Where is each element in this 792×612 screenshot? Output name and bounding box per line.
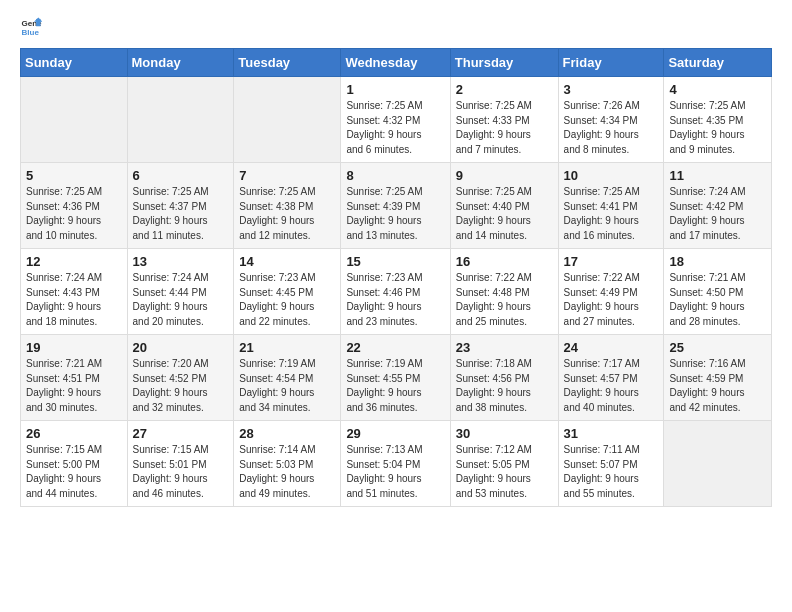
- calendar-cell: 26Sunrise: 7:15 AMSunset: 5:00 PMDayligh…: [21, 421, 128, 507]
- day-info: Sunrise: 7:24 AMSunset: 4:44 PMDaylight:…: [133, 271, 229, 329]
- weekday-header: Monday: [127, 49, 234, 77]
- day-number: 4: [669, 82, 766, 97]
- day-number: 23: [456, 340, 553, 355]
- day-number: 11: [669, 168, 766, 183]
- day-info: Sunrise: 7:25 AMSunset: 4:36 PMDaylight:…: [26, 185, 122, 243]
- calendar-cell: 6Sunrise: 7:25 AMSunset: 4:37 PMDaylight…: [127, 163, 234, 249]
- day-info: Sunrise: 7:21 AMSunset: 4:51 PMDaylight:…: [26, 357, 122, 415]
- day-number: 16: [456, 254, 553, 269]
- weekday-header: Thursday: [450, 49, 558, 77]
- calendar-cell: 30Sunrise: 7:12 AMSunset: 5:05 PMDayligh…: [450, 421, 558, 507]
- weekday-header: Friday: [558, 49, 664, 77]
- day-number: 7: [239, 168, 335, 183]
- calendar-cell: 18Sunrise: 7:21 AMSunset: 4:50 PMDayligh…: [664, 249, 772, 335]
- calendar-header-row: SundayMondayTuesdayWednesdayThursdayFrid…: [21, 49, 772, 77]
- calendar-cell: 28Sunrise: 7:14 AMSunset: 5:03 PMDayligh…: [234, 421, 341, 507]
- day-info: Sunrise: 7:25 AMSunset: 4:32 PMDaylight:…: [346, 99, 444, 157]
- day-number: 2: [456, 82, 553, 97]
- day-number: 15: [346, 254, 444, 269]
- day-info: Sunrise: 7:20 AMSunset: 4:52 PMDaylight:…: [133, 357, 229, 415]
- day-number: 28: [239, 426, 335, 441]
- day-info: Sunrise: 7:22 AMSunset: 4:49 PMDaylight:…: [564, 271, 659, 329]
- logo-icon: General Blue: [20, 16, 42, 38]
- day-number: 18: [669, 254, 766, 269]
- day-number: 26: [26, 426, 122, 441]
- calendar-cell: 25Sunrise: 7:16 AMSunset: 4:59 PMDayligh…: [664, 335, 772, 421]
- day-info: Sunrise: 7:18 AMSunset: 4:56 PMDaylight:…: [456, 357, 553, 415]
- day-number: 31: [564, 426, 659, 441]
- calendar-cell: 16Sunrise: 7:22 AMSunset: 4:48 PMDayligh…: [450, 249, 558, 335]
- calendar-cell: 10Sunrise: 7:25 AMSunset: 4:41 PMDayligh…: [558, 163, 664, 249]
- calendar-cell: 4Sunrise: 7:25 AMSunset: 4:35 PMDaylight…: [664, 77, 772, 163]
- calendar-cell: 12Sunrise: 7:24 AMSunset: 4:43 PMDayligh…: [21, 249, 128, 335]
- calendar-week-row: 1Sunrise: 7:25 AMSunset: 4:32 PMDaylight…: [21, 77, 772, 163]
- day-info: Sunrise: 7:21 AMSunset: 4:50 PMDaylight:…: [669, 271, 766, 329]
- calendar-table: SundayMondayTuesdayWednesdayThursdayFrid…: [20, 48, 772, 507]
- day-number: 19: [26, 340, 122, 355]
- day-info: Sunrise: 7:13 AMSunset: 5:04 PMDaylight:…: [346, 443, 444, 501]
- day-number: 30: [456, 426, 553, 441]
- calendar-cell: 7Sunrise: 7:25 AMSunset: 4:38 PMDaylight…: [234, 163, 341, 249]
- day-info: Sunrise: 7:25 AMSunset: 4:40 PMDaylight:…: [456, 185, 553, 243]
- weekday-header: Saturday: [664, 49, 772, 77]
- day-number: 3: [564, 82, 659, 97]
- day-number: 6: [133, 168, 229, 183]
- day-info: Sunrise: 7:15 AMSunset: 5:01 PMDaylight:…: [133, 443, 229, 501]
- calendar-cell: 29Sunrise: 7:13 AMSunset: 5:04 PMDayligh…: [341, 421, 450, 507]
- day-info: Sunrise: 7:23 AMSunset: 4:45 PMDaylight:…: [239, 271, 335, 329]
- calendar-cell: 21Sunrise: 7:19 AMSunset: 4:54 PMDayligh…: [234, 335, 341, 421]
- day-info: Sunrise: 7:25 AMSunset: 4:41 PMDaylight:…: [564, 185, 659, 243]
- calendar-cell: 11Sunrise: 7:24 AMSunset: 4:42 PMDayligh…: [664, 163, 772, 249]
- svg-text:Blue: Blue: [21, 28, 39, 37]
- weekday-header: Wednesday: [341, 49, 450, 77]
- day-info: Sunrise: 7:15 AMSunset: 5:00 PMDaylight:…: [26, 443, 122, 501]
- calendar-cell: [234, 77, 341, 163]
- day-number: 10: [564, 168, 659, 183]
- day-info: Sunrise: 7:22 AMSunset: 4:48 PMDaylight:…: [456, 271, 553, 329]
- day-info: Sunrise: 7:23 AMSunset: 4:46 PMDaylight:…: [346, 271, 444, 329]
- day-number: 13: [133, 254, 229, 269]
- day-info: Sunrise: 7:25 AMSunset: 4:33 PMDaylight:…: [456, 99, 553, 157]
- calendar-cell: 27Sunrise: 7:15 AMSunset: 5:01 PMDayligh…: [127, 421, 234, 507]
- calendar-cell: [664, 421, 772, 507]
- logo: General Blue: [20, 16, 46, 38]
- calendar-cell: 14Sunrise: 7:23 AMSunset: 4:45 PMDayligh…: [234, 249, 341, 335]
- day-info: Sunrise: 7:14 AMSunset: 5:03 PMDaylight:…: [239, 443, 335, 501]
- day-info: Sunrise: 7:25 AMSunset: 4:35 PMDaylight:…: [669, 99, 766, 157]
- calendar-cell: 1Sunrise: 7:25 AMSunset: 4:32 PMDaylight…: [341, 77, 450, 163]
- calendar-cell: 15Sunrise: 7:23 AMSunset: 4:46 PMDayligh…: [341, 249, 450, 335]
- day-number: 9: [456, 168, 553, 183]
- day-number: 17: [564, 254, 659, 269]
- calendar-cell: 2Sunrise: 7:25 AMSunset: 4:33 PMDaylight…: [450, 77, 558, 163]
- calendar-cell: 31Sunrise: 7:11 AMSunset: 5:07 PMDayligh…: [558, 421, 664, 507]
- day-info: Sunrise: 7:25 AMSunset: 4:38 PMDaylight:…: [239, 185, 335, 243]
- day-info: Sunrise: 7:12 AMSunset: 5:05 PMDaylight:…: [456, 443, 553, 501]
- calendar-cell: 5Sunrise: 7:25 AMSunset: 4:36 PMDaylight…: [21, 163, 128, 249]
- calendar-week-row: 12Sunrise: 7:24 AMSunset: 4:43 PMDayligh…: [21, 249, 772, 335]
- day-info: Sunrise: 7:24 AMSunset: 4:42 PMDaylight:…: [669, 185, 766, 243]
- day-number: 20: [133, 340, 229, 355]
- day-number: 12: [26, 254, 122, 269]
- day-number: 21: [239, 340, 335, 355]
- day-number: 27: [133, 426, 229, 441]
- day-number: 25: [669, 340, 766, 355]
- page-container: General Blue SundayMondayTuesdayWednesda…: [0, 0, 792, 527]
- day-info: Sunrise: 7:26 AMSunset: 4:34 PMDaylight:…: [564, 99, 659, 157]
- calendar-cell: 13Sunrise: 7:24 AMSunset: 4:44 PMDayligh…: [127, 249, 234, 335]
- calendar-cell: 9Sunrise: 7:25 AMSunset: 4:40 PMDaylight…: [450, 163, 558, 249]
- calendar-cell: 24Sunrise: 7:17 AMSunset: 4:57 PMDayligh…: [558, 335, 664, 421]
- calendar-cell: 22Sunrise: 7:19 AMSunset: 4:55 PMDayligh…: [341, 335, 450, 421]
- day-number: 8: [346, 168, 444, 183]
- day-info: Sunrise: 7:19 AMSunset: 4:54 PMDaylight:…: [239, 357, 335, 415]
- day-number: 5: [26, 168, 122, 183]
- header: General Blue: [20, 16, 772, 38]
- calendar-week-row: 19Sunrise: 7:21 AMSunset: 4:51 PMDayligh…: [21, 335, 772, 421]
- weekday-header: Sunday: [21, 49, 128, 77]
- calendar-cell: 23Sunrise: 7:18 AMSunset: 4:56 PMDayligh…: [450, 335, 558, 421]
- day-info: Sunrise: 7:24 AMSunset: 4:43 PMDaylight:…: [26, 271, 122, 329]
- day-info: Sunrise: 7:11 AMSunset: 5:07 PMDaylight:…: [564, 443, 659, 501]
- calendar-cell: 8Sunrise: 7:25 AMSunset: 4:39 PMDaylight…: [341, 163, 450, 249]
- day-number: 24: [564, 340, 659, 355]
- day-number: 29: [346, 426, 444, 441]
- calendar-week-row: 26Sunrise: 7:15 AMSunset: 5:00 PMDayligh…: [21, 421, 772, 507]
